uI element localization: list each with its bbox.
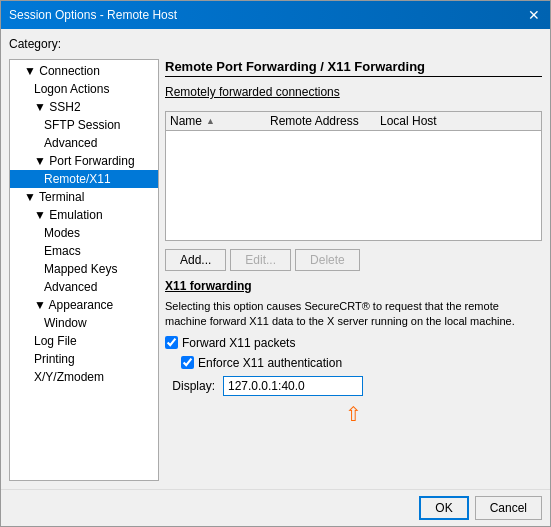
forward-x11-row: Forward X11 packets xyxy=(165,336,542,350)
col-name: Name ▲ xyxy=(170,114,270,128)
category-tree: ▼ Connection Logon Actions ▼ SSH2 SFTP S… xyxy=(9,59,159,481)
forward-x11-label: Forward X11 packets xyxy=(182,336,295,350)
arrow-indicator-icon: ⇧ xyxy=(165,402,542,426)
right-panel: Remote Port Forwarding / X11 Forwarding … xyxy=(165,59,542,481)
table-buttons: Add... Edit... Delete xyxy=(165,249,542,271)
tree-item-logon-actions[interactable]: Logon Actions xyxy=(10,80,158,98)
add-button[interactable]: Add... xyxy=(165,249,226,271)
category-label: Category: xyxy=(9,37,542,51)
edit-button[interactable]: Edit... xyxy=(230,249,291,271)
enforce-x11-checkbox[interactable] xyxy=(181,356,194,369)
tree-item-connection[interactable]: ▼ Connection xyxy=(10,62,158,80)
tree-item-terminal[interactable]: ▼ Terminal xyxy=(10,188,158,206)
close-button[interactable]: ✕ xyxy=(526,7,542,23)
tree-item-advanced-terminal[interactable]: Advanced xyxy=(10,278,158,296)
footer-buttons: OK Cancel xyxy=(1,489,550,526)
tree-item-mapped-keys[interactable]: Mapped Keys xyxy=(10,260,158,278)
table-header: Name ▲ Remote Address Local Host xyxy=(166,112,541,131)
tree-item-xyzmodem[interactable]: X/Y/Zmodem xyxy=(10,368,158,386)
x11-description: Selecting this option causes SecureCRT® … xyxy=(165,299,542,330)
tree-item-sftp[interactable]: SFTP Session xyxy=(10,116,158,134)
col-host-label: Local Host xyxy=(380,114,437,128)
tree-item-port-forwarding[interactable]: ▼ Port Forwarding xyxy=(10,152,158,170)
forward-x11-checkbox[interactable] xyxy=(165,336,178,349)
x11-section: X11 forwarding Selecting this option cau… xyxy=(165,279,542,426)
delete-button[interactable]: Delete xyxy=(295,249,360,271)
section-label: Remotely forwarded connections xyxy=(165,85,542,99)
sort-arrow-icon: ▲ xyxy=(206,116,215,126)
display-row: Display: xyxy=(165,376,542,396)
tree-item-appearance[interactable]: ▼ Appearance xyxy=(10,296,158,314)
tree-item-advanced-ssh2[interactable]: Advanced xyxy=(10,134,158,152)
tree-item-emulation[interactable]: ▼ Emulation xyxy=(10,206,158,224)
tree-item-window[interactable]: Window xyxy=(10,314,158,332)
tree-item-printing[interactable]: Printing xyxy=(10,350,158,368)
panel-title: Remote Port Forwarding / X11 Forwarding xyxy=(165,59,542,77)
display-input[interactable] xyxy=(223,376,363,396)
tree-item-log-file[interactable]: Log File xyxy=(10,332,158,350)
x11-title: X11 forwarding xyxy=(165,279,542,293)
main-area: ▼ Connection Logon Actions ▼ SSH2 SFTP S… xyxy=(9,59,542,481)
col-remote-address: Remote Address xyxy=(270,114,380,128)
table-body xyxy=(166,131,541,237)
col-name-label: Name xyxy=(170,114,202,128)
dialog: Session Options - Remote Host ✕ Category… xyxy=(0,0,551,527)
display-label: Display: xyxy=(165,379,215,393)
tree-item-modes[interactable]: Modes xyxy=(10,224,158,242)
tree-item-emacs[interactable]: Emacs xyxy=(10,242,158,260)
dialog-title: Session Options - Remote Host xyxy=(9,8,177,22)
col-addr-label: Remote Address xyxy=(270,114,359,128)
tree-item-ssh2[interactable]: ▼ SSH2 xyxy=(10,98,158,116)
col-local-host: Local Host xyxy=(380,114,537,128)
cancel-button[interactable]: Cancel xyxy=(475,496,542,520)
title-bar: Session Options - Remote Host ✕ xyxy=(1,1,550,29)
dialog-content: Category: ▼ Connection Logon Actions ▼ S… xyxy=(1,29,550,489)
ok-button[interactable]: OK xyxy=(419,496,468,520)
connections-table: Name ▲ Remote Address Local Host xyxy=(165,111,542,241)
tree-item-remote-x11[interactable]: Remote/X11 xyxy=(10,170,158,188)
enforce-x11-label: Enforce X11 authentication xyxy=(198,356,342,370)
enforce-x11-row: Enforce X11 authentication xyxy=(181,356,542,370)
